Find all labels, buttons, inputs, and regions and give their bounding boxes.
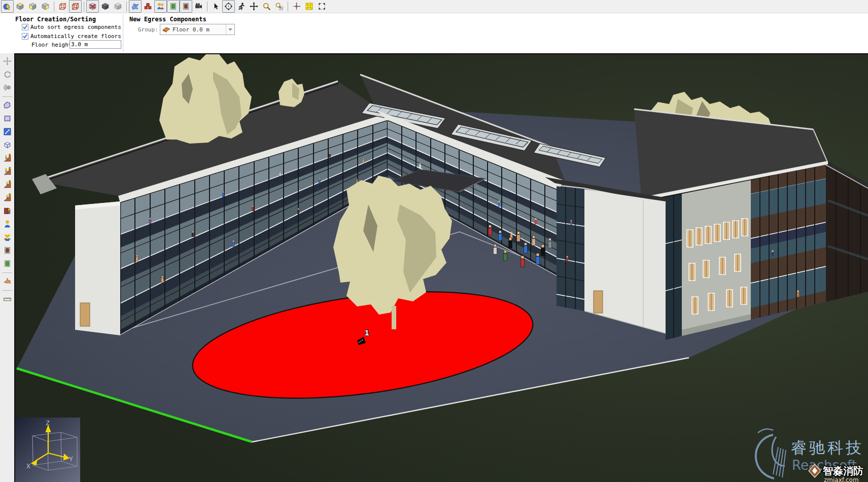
show-rooms-button[interactable] — [142, 0, 154, 13]
ruler-icon — [3, 295, 12, 303]
top-toolbar — [0, 0, 868, 13]
cube-light-icon — [114, 2, 122, 11]
toolbar-separator — [84, 2, 84, 12]
left-toolbar: 1 2 1 2 — [0, 53, 14, 482]
pan-icon — [250, 2, 258, 11]
badge-site: zmjaxf.com — [824, 476, 859, 482]
floor-height-input[interactable] — [70, 40, 121, 49]
show-exit-doors-button[interactable] — [167, 0, 180, 13]
show-occupants-button[interactable] — [154, 0, 167, 13]
toolbar-separator — [2, 272, 12, 273]
select-tool-button[interactable] — [210, 0, 222, 13]
runner-icon — [237, 2, 246, 11]
add-stair-two-point-button[interactable]: 2 — [1, 165, 14, 178]
add-occupant-group-button[interactable] — [1, 231, 14, 244]
draw-thin-room-button[interactable] — [1, 125, 14, 138]
svg-text:2: 2 — [9, 167, 11, 170]
marker-label: 1 — [365, 329, 369, 337]
draw-polygon-room-button[interactable] — [1, 99, 14, 112]
show-interior-doors-button[interactable] — [180, 0, 192, 13]
ramp-one-icon: 1 — [3, 180, 12, 189]
solid-wireframe-mode-button[interactable] — [69, 0, 82, 13]
scene-canvas[interactable]: 1 Z X Y 睿驰科技 Reachsoft 智淼消防 zmj — [14, 53, 868, 482]
zoom-window-button[interactable] — [316, 0, 328, 13]
rotate-gray-icon — [3, 70, 12, 79]
walk-tool-button[interactable] — [235, 0, 248, 13]
add-floor-button[interactable] — [1, 275, 14, 288]
navigate-select-button[interactable] — [1, 0, 14, 13]
rotate-view-button[interactable] — [1, 68, 14, 81]
zoom-window-icon — [318, 2, 326, 11]
floor-icon — [162, 26, 170, 32]
pan-view-button[interactable] — [1, 55, 14, 67]
add-occupant-button[interactable] — [1, 218, 14, 230]
panel-divider — [123, 14, 123, 52]
toolbar-separator — [2, 290, 12, 291]
pan-tool-button[interactable] — [248, 0, 260, 13]
hide-geometry-button[interactable] — [86, 0, 99, 13]
group-dropdown[interactable]: Floor 0.0 m — [160, 24, 235, 35]
add-ramp-two-point-button[interactable]: 2 — [1, 191, 14, 204]
occupants-icon — [156, 2, 165, 11]
cube-side-icon — [41, 2, 50, 11]
svg-text:1: 1 — [9, 154, 11, 157]
add-ramp-one-point-button[interactable]: 1 — [1, 178, 14, 191]
add-stair-one-point-button[interactable]: 1 — [1, 152, 14, 164]
red-boxes-icon — [144, 2, 152, 11]
add-exit-button[interactable] — [1, 257, 14, 270]
add-interior-door-button[interactable] — [1, 244, 14, 257]
toolbar-separator — [126, 2, 127, 12]
auto-sort-label: Auto sort egress components — [30, 24, 121, 30]
toolbar-separator — [54, 2, 54, 12]
toolbar-separator — [207, 2, 207, 12]
auto-create-floors-checkbox[interactable] — [22, 33, 28, 40]
orbit-view-button[interactable] — [1, 81, 14, 94]
zoom-tool-button[interactable] — [260, 0, 273, 13]
zoom-extents-button[interactable] — [303, 0, 316, 13]
wire-cube-solid-icon — [71, 2, 80, 11]
measure-tool-button[interactable] — [1, 293, 14, 305]
ramp-two-icon: 2 — [3, 193, 12, 202]
toolbar-separator — [288, 2, 288, 12]
draw-rectangle-room-button[interactable] — [1, 112, 14, 125]
floor-creation-title: Floor Creation/Sorting — [15, 16, 96, 23]
auto-sort-checkbox[interactable] — [22, 24, 28, 30]
zoom-extents-icon — [305, 2, 314, 11]
new-egress-title: New Egress Components — [129, 16, 206, 23]
wireframe-mode-button[interactable] — [56, 0, 69, 13]
cube-cross-icon — [88, 2, 97, 11]
pan-gray-icon — [3, 57, 12, 65]
cube-top-icon — [16, 2, 24, 11]
rectangle-icon — [3, 114, 12, 123]
svg-text:1: 1 — [9, 180, 11, 184]
brown-door-icon — [182, 2, 190, 11]
viewport-3d[interactable]: 1 Z X Y 睿驰科技 Reachsoft 智淼消防 zmj — [14, 53, 868, 482]
draw-obstruction-button[interactable] — [1, 139, 14, 151]
badge-name: 智淼消防 — [822, 465, 863, 477]
view-isometric-button[interactable] — [14, 0, 26, 13]
show-geometry-light-button[interactable] — [112, 0, 124, 13]
occupant-icon — [3, 220, 12, 228]
orbit-gray-icon — [3, 83, 12, 92]
cursor-icon — [212, 2, 220, 11]
show-obstructions-button[interactable] — [129, 0, 142, 13]
viewport-left-edge — [14, 53, 15, 482]
zoom-select-tool-button[interactable] — [273, 0, 286, 13]
watermark-company-cn: 睿驰科技 — [791, 438, 864, 457]
show-geometry-dark-button[interactable] — [99, 0, 112, 13]
toolbar-separator — [2, 96, 12, 97]
orbit-tool-button[interactable] — [222, 0, 235, 13]
axis-z-label: Z — [46, 419, 50, 427]
wire-cube-icon — [58, 2, 67, 11]
dropdown-arrow-icon[interactable] — [226, 24, 234, 35]
group-label: Group: — [138, 26, 158, 33]
group-dropdown-value: Floor 0.0 m — [172, 26, 224, 33]
floor-arrow-icon — [3, 277, 12, 286]
add-exit-door-button[interactable] — [1, 204, 14, 217]
auto-create-floors-label: Automatically create floors — [30, 33, 121, 40]
show-cameras-button[interactable] — [192, 0, 205, 13]
reset-view-button[interactable] — [290, 0, 303, 13]
view-side-button[interactable] — [39, 0, 52, 13]
orbit-icon — [224, 2, 233, 11]
view-front-button[interactable] — [26, 0, 39, 13]
